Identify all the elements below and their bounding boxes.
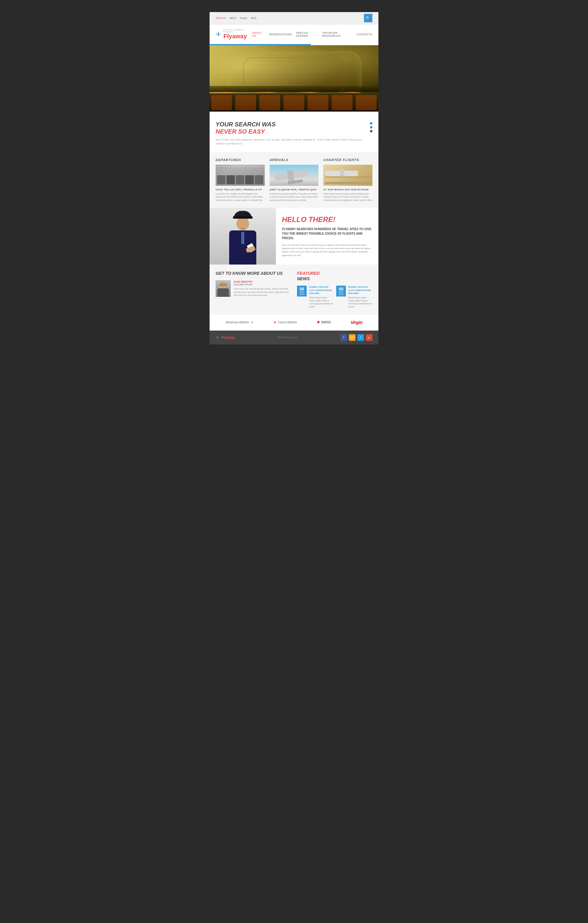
- person-role: DOLORE IPSUM: [234, 283, 291, 286]
- page-wrapper: SIGN IN HELP FAQS RSS 🔍 ✈ FLIGHT SEARCH …: [210, 12, 378, 345]
- american-airlines-logo: American Airlines ✈: [226, 320, 254, 325]
- dot-1[interactable]: [370, 122, 372, 125]
- czech-icon: ✈: [274, 321, 276, 324]
- footer-logo: ✈ Flyaway: [216, 335, 235, 340]
- bin-7: [354, 94, 378, 112]
- tagline-text: YOUR SEARCH WAS NEVER SO EASY MES CUML D…: [216, 121, 364, 146]
- pilot-image: [210, 208, 276, 264]
- footer-plane-icon: ✈: [216, 335, 219, 340]
- tagline-line2: NEVER SO EASY: [216, 128, 265, 135]
- bin-1: [210, 94, 234, 112]
- departures-image: [216, 165, 265, 186]
- logo-name: Flyaway: [223, 33, 252, 40]
- arrivals-body: Vestibulum ante ipsum primis in faucibus…: [270, 192, 319, 202]
- american-airlines-icon: ✈: [250, 320, 254, 325]
- person-name: SAM SMOOTH: [234, 280, 291, 283]
- footer-social: f RSS t g+: [341, 334, 372, 341]
- facebook-button[interactable]: f: [341, 334, 347, 341]
- person-avatar: [216, 280, 231, 297]
- hello-content: HELLO THERE! FLYAWAY SEARCHES HUNDREDS O…: [276, 208, 378, 264]
- hello-title: HELLO THERE!: [282, 215, 372, 224]
- sections-bar: DEPARTURES CRAS TELLUS ORCI, FRINGILLA S…: [210, 152, 378, 208]
- departures-body: Cras tellus orci, fringilla sit amet ali…: [216, 192, 265, 202]
- signin-link[interactable]: SIGN IN: [216, 16, 226, 20]
- dot-3[interactable]: [370, 130, 372, 132]
- bin-6: [330, 94, 354, 112]
- virgin-airlines-logo: Virgin: [351, 320, 362, 325]
- nav-offers[interactable]: SPECIAL OFFERS: [296, 31, 318, 38]
- featured-title-dark: NEWS: [297, 276, 310, 281]
- top-bar: SIGN IN HELP FAQS RSS 🔍: [210, 12, 378, 25]
- news-year-1: 2014: [299, 293, 305, 295]
- search-button[interactable]: 🔍: [364, 14, 372, 22]
- dot-2[interactable]: [370, 126, 372, 128]
- tagline-line1: YOUR SEARCH WAS: [216, 121, 275, 128]
- airlines-bar: American Airlines ✈ ✈ Czech Airlines ✚ S…: [210, 314, 378, 330]
- copyright: ©2015: [277, 336, 283, 338]
- seats-row: [210, 86, 378, 92]
- tagline-title: YOUR SEARCH WAS NEVER SO EASY: [216, 121, 364, 135]
- news-item-1: 06 NOV 2014 DONEC FACILISI ULE LOREM IPS…: [297, 286, 333, 308]
- rss-button[interactable]: RSS: [349, 334, 355, 341]
- hello-section: HELLO THERE! FLYAWAY SEARCHES HUNDREDS O…: [210, 208, 378, 264]
- nav-contacts[interactable]: CONTACTS: [356, 33, 372, 36]
- logo-text: FLIGHT SEARCH ENGINE Flyaway: [223, 29, 252, 40]
- featured-news: FEATURED NEWS 06 NOV 2014 DONEC FACILISI…: [297, 271, 372, 308]
- overhead-bins: [210, 94, 378, 112]
- arrivals-title: ARRIVALS: [270, 158, 319, 162]
- news-body-1: Morbi tempor quam masel sadip mcing ut c…: [309, 296, 333, 308]
- privacy-link[interactable]: Privacy Policy: [285, 336, 298, 338]
- departures-subtitle: CRAS TELLUS ORCI, FRINGILLA SIT: [216, 188, 265, 191]
- nav-about[interactable]: ABOUT US: [252, 31, 265, 38]
- footer-logo-text: Flyaway: [221, 335, 235, 340]
- top-bar-links: SIGN IN HELP FAQS RSS: [216, 16, 257, 20]
- czech-airlines-logo: ✈ Czech Airlines: [274, 321, 297, 324]
- bin-4: [282, 94, 306, 112]
- news-month-1: NOV: [299, 291, 305, 293]
- arrivals-col: ARRIVALS AMET ALIQUAM NON, TEMPUS QUIS V…: [270, 158, 319, 202]
- header: ✈ FLIGHT SEARCH ENGINE Flyaway ABOUT US …: [210, 25, 378, 44]
- departures-title: DEPARTURES: [216, 158, 265, 162]
- featured-title: FEATURED NEWS: [297, 271, 372, 281]
- googleplus-button[interactable]: g+: [366, 334, 372, 341]
- get-title: GET TO KNOW MORE ABOUT US: [216, 271, 291, 276]
- person-card: SAM SMOOTH DOLORE IPSUM Dolor hunc vulis…: [216, 280, 291, 297]
- news-date-2: 08 NOV 2014: [336, 286, 346, 297]
- swiss-icon: ✚: [317, 320, 319, 324]
- faqs-link[interactable]: FAQS: [240, 16, 247, 20]
- news-headline-1: DONEC FACILISI ULE LOREM IPSUM DOLORE: [309, 286, 333, 295]
- twitter-button[interactable]: t: [357, 334, 364, 341]
- plane-icon: ✈: [216, 30, 221, 38]
- swiss-airlines-logo: ✚ SWISS: [317, 320, 331, 324]
- news-content-2: DONEC FACILISI ULE LOREM IPSUM DOLORE Mo…: [348, 286, 372, 308]
- hello-body: Neto cuml dia sed in facuus ut enisciunt…: [282, 243, 372, 257]
- american-airlines-text: American Airlines: [226, 321, 249, 324]
- get-to-know: GET TO KNOW MORE ABOUT US SAM SMOOTH DOL…: [216, 271, 291, 308]
- rss-link[interactable]: RSS: [251, 16, 257, 20]
- help-link[interactable]: HELP: [229, 16, 237, 20]
- news-date-1: 06 NOV 2014: [297, 286, 307, 297]
- sections-grid: DEPARTURES CRAS TELLUS ORCI, FRINGILLA S…: [216, 158, 372, 202]
- departures-col: DEPARTURES CRAS TELLUS ORCI, FRINGILLA S…: [216, 158, 265, 202]
- footer: ✈ Flyaway ©2015 | Privacy Policy f RSS t…: [210, 330, 378, 345]
- charter-body: Class aptent taciti sociosqu ad litora t…: [323, 192, 372, 202]
- charter-subtitle: UT NON MASSA SED SEM RUTRUM: [323, 188, 372, 191]
- bin-2: [234, 94, 258, 112]
- news-item-2: 08 NOV 2014 DONEC FACILISI ULE LOREM IPS…: [336, 286, 372, 308]
- person-info: SAM SMOOTH DOLORE IPSUM Dolor hunc vulis…: [234, 280, 291, 297]
- tagline-desc: MES CUML DIA SED INENIAS INGERTO LOT ALI…: [216, 138, 364, 146]
- bottom-section: GET TO KNOW MORE ABOUT US SAM SMOOTH DOL…: [210, 264, 378, 314]
- news-headline-2: DONEC FACILISI ULE LOREM IPSUM DOLORE: [348, 286, 372, 295]
- swiss-airlines-text: SWISS: [321, 321, 331, 324]
- nav-reservations[interactable]: RESERVATIONS: [269, 33, 292, 36]
- bin-5: [306, 94, 330, 112]
- news-year-2: 2014: [338, 293, 344, 295]
- tagline-section: YOUR SEARCH WAS NEVER SO EASY MES CUML D…: [210, 112, 378, 152]
- hello-subtitle: FLYAWAY SEARCHES HUNDREDS OF TRAVEL SITE…: [282, 227, 372, 240]
- person-desc: Dolor hunc vulis pulvinar got dol connec…: [234, 287, 291, 297]
- dots-nav: [370, 122, 372, 132]
- nav-traveler[interactable]: TRAVELER RESOURCES: [322, 31, 352, 38]
- charter-title: CHARTER FLIGHTS: [323, 158, 372, 162]
- footer-links: ©2015 | Privacy Policy: [277, 336, 298, 338]
- czech-airlines-text: Czech Airlines: [278, 321, 297, 324]
